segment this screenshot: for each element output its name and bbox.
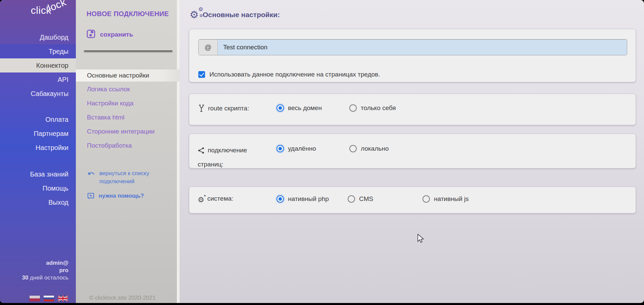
need-help-link[interactable]: нужна помощь? [87, 192, 144, 201]
connection-panel: НОВОЕ ПОДКЛЮЧЕНИЕ сохранить Основные нас… [76, 0, 180, 303]
sidebar-item-help[interactable]: Помощь [0, 181, 76, 195]
radio-unselected-icon[interactable] [423, 195, 430, 203]
radio-label: нативный php [288, 195, 329, 203]
save-icon [87, 30, 95, 40]
radio-option-whole-domain[interactable]: весь домен [277, 104, 322, 112]
back-to-list-label: вернуться к списку подключений [99, 169, 163, 186]
mouse-cursor [417, 234, 425, 245]
panel-title: НОВОЕ ПОДКЛЮЧЕНИЕ [87, 10, 169, 18]
group-label-text: система: [207, 195, 234, 202]
sidebar-item-subaccounts[interactable]: Сабакаунты [0, 87, 76, 101]
flag-white-red-icon[interactable] [30, 296, 40, 301]
app-window: clicklock Дашборд Треды Коннектор API Са… [0, 0, 644, 303]
radio-option-native-js[interactable]: нативный js [423, 195, 469, 203]
radio-unselected-icon[interactable] [349, 104, 357, 112]
sidebar-item-settings[interactable]: Настройки [0, 141, 76, 155]
flag-russia-icon[interactable] [44, 296, 54, 301]
radio-selected-icon[interactable] [277, 104, 284, 112]
sidebar-item-knowledge-base[interactable]: База знаний [0, 167, 76, 181]
system-card: ⚙✦система: нативный php CMS нативный js [189, 187, 636, 213]
panel-tab-link-logic[interactable]: Логика ссылок [76, 83, 180, 95]
account-plan: pro [22, 267, 68, 274]
route-fork-icon [198, 104, 205, 114]
radio-option-native-php[interactable]: нативный php [277, 195, 329, 203]
days-text: дней осталось [30, 274, 68, 281]
save-button[interactable]: сохранить [87, 30, 133, 40]
radio-option-remote[interactable]: удалённо [277, 145, 316, 152]
copyright-text: © clicklock.site 2020-2021 [89, 295, 156, 301]
page-title: Основные настройки: [203, 11, 280, 19]
account-days-left: 30 дней осталось [22, 274, 68, 282]
panel-tab-postprocessing[interactable]: Постобработка [76, 140, 180, 152]
radio-option-cms[interactable]: CMS [348, 195, 373, 203]
sidebar: clicklock Дашборд Треды Коннектор API Са… [0, 0, 76, 303]
radio-selected-icon[interactable] [277, 145, 284, 152]
account-info: admin@ pro 30 дней осталось [22, 259, 68, 282]
system-label: ⚙✦система: [198, 195, 233, 204]
at-sign-addon: @ [199, 40, 218, 55]
flag-uk-icon[interactable] [58, 296, 68, 301]
panel-divider [84, 50, 172, 52]
sidebar-item-payment[interactable]: Оплата [0, 112, 76, 126]
share-icon [198, 146, 205, 158]
logo-lock-text: lock [46, 0, 67, 14]
use-on-threads-label: Использовать данное подключение на стран… [209, 71, 380, 78]
pages-connection-card: подключение страниц: удалённо локально [189, 134, 636, 168]
sidebar-item-connector[interactable]: Коннектор [0, 58, 76, 72]
radio-unselected-icon[interactable] [349, 145, 357, 152]
account-email: admin@ [22, 259, 68, 267]
radio-label: локально [361, 145, 389, 152]
gear-suggest-icon: ⚙✦ [198, 196, 204, 204]
sidebar-item-threads[interactable]: Треды [0, 44, 76, 58]
panel-tab-html-insert[interactable]: Вставка html [76, 111, 180, 123]
checkbox-checked-icon[interactable] [198, 71, 205, 78]
language-switcher [30, 296, 68, 301]
panel-tab-integrations[interactable]: Сторонние интеграции [76, 125, 180, 138]
use-on-threads-option[interactable]: Использовать данное подключение на стран… [198, 71, 380, 78]
radio-label: CMS [359, 195, 373, 203]
radio-label: весь домен [288, 104, 322, 112]
back-to-list-link[interactable]: вернуться к списку подключений [87, 169, 163, 186]
connection-name-input[interactable] [218, 40, 627, 55]
pages-connection-label: подключение страниц: [198, 144, 256, 170]
connection-name-card: @ Использовать данное подключение на стр… [189, 29, 636, 82]
radio-label: удалённо [288, 145, 316, 152]
settings-gears-icon: ⚙⚙⚙ [190, 7, 204, 21]
app-logo: clicklock [31, 5, 70, 16]
need-help-label: нужна помощь? [99, 192, 144, 200]
sidebar-item-api[interactable]: API [0, 72, 76, 87]
script-route-card: route скрипта: весь домен только себя [189, 94, 636, 125]
connection-name-input-group: @ [198, 39, 627, 55]
sidebar-item-dashboard[interactable]: Дашборд [0, 30, 76, 44]
help-bubble-plus-icon [87, 193, 95, 201]
radio-option-only-self[interactable]: только себя [349, 104, 396, 112]
script-route-label: route скрипта: [198, 104, 249, 114]
sidebar-item-partners[interactable]: Партнерам [0, 126, 76, 141]
group-label-text: route скрипта: [208, 105, 249, 112]
group-label-text: подключение страниц: [198, 147, 247, 168]
undo-arrow-icon [87, 170, 95, 178]
save-label: сохранить [100, 31, 133, 38]
days-number: 30 [22, 274, 28, 281]
sidebar-item-logout[interactable]: Выход [0, 195, 76, 209]
radio-label: нативный js [434, 195, 469, 203]
radio-option-local[interactable]: локально [349, 145, 389, 152]
radio-unselected-icon[interactable] [348, 195, 355, 203]
panel-tab-basic-settings[interactable]: Основные настройки [76, 69, 180, 82]
panel-tab-code-settings[interactable]: Настройки кода [76, 97, 180, 109]
radio-label: только себя [361, 104, 396, 112]
radio-selected-icon[interactable] [277, 195, 284, 203]
